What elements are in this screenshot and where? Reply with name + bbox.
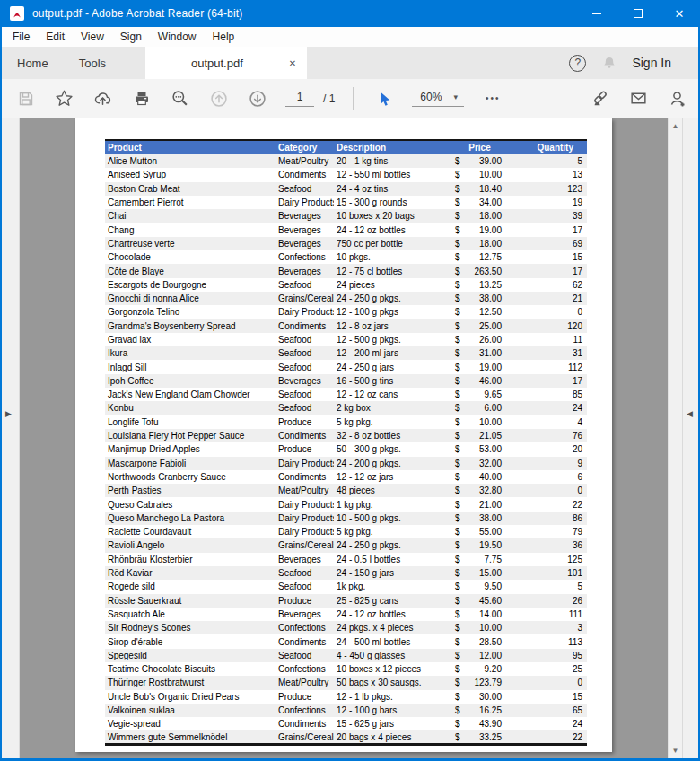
cell-product: Queso Cabrales [105, 497, 276, 511]
cell-quantity: 123 [509, 182, 587, 196]
cell-price: $45.60 [451, 594, 509, 608]
menu-edit[interactable]: Edit [38, 31, 73, 43]
currency-symbol: $ [455, 211, 460, 221]
left-panel-strip[interactable]: ▶ [2, 118, 20, 758]
cell-product: Sasquatch Ale [105, 608, 276, 621]
tab-tools[interactable]: Tools [64, 47, 121, 79]
right-panel-strip[interactable]: ◀ [682, 118, 698, 758]
more-tools-button[interactable]: ••• [486, 93, 501, 103]
close-button[interactable]: ✕ [659, 0, 700, 27]
cell-price: $13.25 [451, 278, 509, 292]
cell-category: Seafood [276, 346, 334, 360]
minimize-button[interactable] [576, 0, 617, 27]
email-button[interactable] [619, 84, 658, 113]
cell-quantity: 17 [509, 374, 587, 388]
currency-symbol: $ [455, 540, 460, 550]
notifications-button[interactable] [601, 55, 617, 71]
currency-symbol: $ [455, 527, 460, 537]
help-button[interactable]: ? [569, 55, 586, 72]
share-upload-button[interactable] [83, 84, 122, 113]
tab-close-icon[interactable]: ✕ [289, 58, 307, 68]
price-amount: 46.00 [479, 376, 502, 386]
cell-description: 24 - 150 g jars [334, 566, 451, 580]
vertical-scrollbar[interactable]: ▲ ▼ [668, 118, 682, 758]
table-row: Longlife TofuProduce5 kg pkg.$10.004 [105, 415, 587, 429]
page-number-input[interactable]: 1 [285, 91, 314, 107]
tab-home[interactable]: Home [2, 47, 64, 79]
menu-view[interactable]: View [73, 31, 112, 43]
cell-category: Dairy Products [276, 497, 334, 511]
cell-product: Röd Kaviar [105, 566, 276, 580]
acrobat-window: output.pdf - Adobe Acrobat Reader (64-bi… [0, 0, 700, 761]
currency-symbol: $ [455, 500, 460, 510]
header-description: Description [334, 140, 451, 154]
cell-description: 1k pkg. [334, 580, 451, 593]
price-amount: 12.75 [479, 252, 502, 262]
tab-document[interactable]: output.pdf ✕ [145, 47, 307, 79]
cell-category: Meat/Poultry [276, 154, 334, 168]
cell-product: Valkoinen suklaa [105, 704, 276, 717]
share-link-button[interactable] [581, 84, 619, 113]
price-amount: 14.00 [479, 609, 502, 619]
zoom-level-dropdown[interactable]: 60% ▾ [412, 91, 464, 107]
menu-sign[interactable]: Sign [112, 31, 150, 43]
cell-product: Teatime Chocolate Biscuits [105, 662, 276, 676]
sign-in-button[interactable]: Sign In [632, 56, 671, 70]
print-button[interactable] [122, 84, 161, 113]
menu-help[interactable]: Help [205, 31, 243, 43]
cell-quantity: 95 [509, 649, 587, 662]
cell-quantity: 62 [509, 278, 587, 292]
product-table: Product Category Description Price Quant… [105, 139, 587, 746]
menu-file[interactable]: File [4, 31, 38, 43]
table-row: Louisiana Fiery Hot Pepper SauceCondimen… [105, 429, 587, 442]
cell-price: $19.00 [451, 360, 509, 373]
title-bar: output.pdf - Adobe Acrobat Reader (64-bi… [0, 0, 700, 27]
currency-symbol: $ [455, 307, 460, 317]
table-row: Escargots de BourgogneSeafood24 pieces$1… [105, 278, 587, 292]
expand-left-panel-icon[interactable]: ▶ [5, 409, 12, 418]
table-row: Camembert PierrotDairy Products15 - 300 … [105, 196, 587, 209]
scroll-down-icon[interactable]: ▼ [669, 747, 682, 755]
menu-window[interactable]: Window [150, 31, 205, 43]
currency-symbol: $ [455, 692, 460, 702]
cell-quantity: 125 [509, 553, 587, 566]
scroll-up-icon[interactable]: ▲ [669, 122, 682, 130]
cell-category: Grains/Cereals [276, 538, 334, 552]
currency-symbol: $ [455, 293, 460, 303]
expand-right-panel-icon[interactable]: ◀ [687, 409, 693, 418]
envelope-icon [629, 89, 648, 108]
table-row: Vegie-spreadCondiments15 - 625 g jars$43… [105, 717, 587, 730]
cell-price: $26.00 [451, 333, 509, 346]
price-amount: 34.00 [479, 197, 502, 207]
maximize-button[interactable] [617, 0, 659, 27]
cell-description: 24 pieces [334, 278, 451, 292]
cell-description: 24 - 12 oz bottles [334, 223, 451, 236]
price-amount: 6.00 [485, 403, 502, 413]
currency-symbol: $ [455, 637, 460, 647]
zoom-tools-button[interactable] [161, 84, 199, 113]
cell-product: Louisiana Fiery Hot Pepper Sauce [105, 429, 276, 442]
price-amount: 9.50 [485, 582, 502, 591]
cell-price: $12.50 [451, 305, 509, 319]
currency-symbol: $ [455, 321, 460, 331]
sign-profile-button[interactable] [658, 84, 696, 113]
cell-price: $40.00 [451, 470, 509, 484]
price-amount: 10.00 [479, 417, 502, 427]
cell-product: Chartreuse verte [105, 237, 276, 250]
cell-category: Beverages [276, 374, 334, 388]
cell-price: $9.50 [451, 580, 509, 593]
previous-page-button[interactable] [199, 84, 238, 113]
cell-category: Seafood [276, 182, 334, 196]
select-tool-button[interactable] [369, 84, 399, 113]
cell-product: Chang [105, 223, 276, 236]
table-row: Röd KaviarSeafood24 - 150 g jars$15.0010… [105, 566, 587, 580]
toolbar: 1 / 1 60% ▾ ••• [2, 79, 698, 118]
star-button[interactable] [45, 84, 83, 113]
cell-description: 24 - 200 g pkgs. [334, 457, 451, 470]
cell-quantity: 3 [509, 621, 587, 634]
next-page-button[interactable] [238, 84, 276, 113]
currency-symbol: $ [455, 184, 460, 194]
currency-symbol: $ [455, 664, 460, 674]
header-quantity: Quantity [509, 140, 587, 154]
save-button[interactable] [6, 84, 45, 113]
